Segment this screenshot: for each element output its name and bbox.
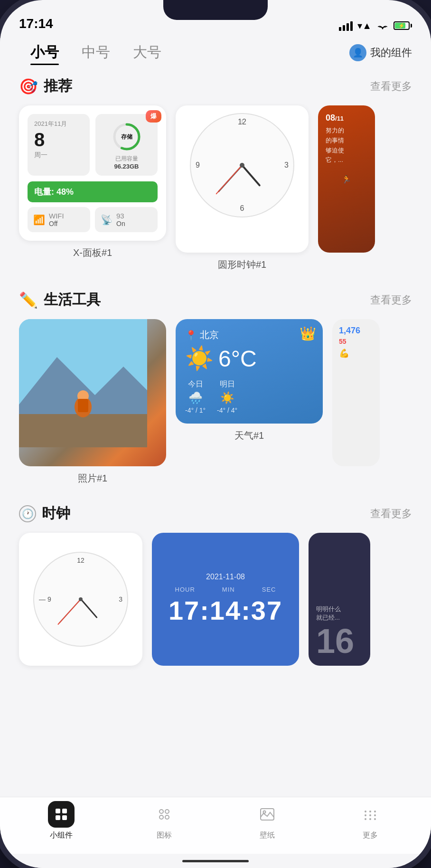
location-pin-icon: 📍: [185, 330, 197, 341]
partial-quote: 努力的的事情够迫使它，...: [326, 126, 367, 165]
cellular-value: 93: [116, 212, 125, 220]
clock-cards: 12 3 — 9 20: [0, 531, 431, 670]
notch: [163, 0, 268, 20]
storage-circle: 存储: [112, 122, 142, 152]
today-icon: 🌧️: [188, 391, 203, 405]
sec-label: SEC: [262, 586, 276, 593]
widgets-icon-wrap: [48, 801, 75, 828]
nav-icons-label: 图标: [157, 830, 172, 840]
fitness-calories: 55: [339, 338, 373, 345]
weather-forecast: 今日 🌧️ -4° / 1° 明日 ☀️ -4° / 4°: [185, 379, 313, 414]
more-nav-icon: [362, 806, 379, 823]
x-panel-card: 2021年11月 8 周一 爆: [19, 105, 166, 271]
nav-wallpaper[interactable]: 壁纸: [216, 801, 319, 840]
home-indicator: [0, 854, 431, 868]
life-tools-section: ✏️ 生活工具 查看更多: [0, 285, 431, 499]
clock-see-more[interactable]: 查看更多: [370, 507, 412, 521]
digital-clock-wrap: 2021-11-08 HOUR MIN SEC 17:14:37: [152, 533, 299, 666]
nav-icons[interactable]: 图标: [112, 801, 216, 840]
svg-point-16: [165, 815, 169, 819]
wallpaper-icon-wrap: [254, 801, 281, 828]
storage-center-label: 存储: [121, 133, 132, 141]
photo-card-wrap: 照片#1: [19, 319, 166, 485]
digital-time: 17:14:37: [161, 595, 290, 626]
clock-3: 3: [284, 161, 289, 170]
small-clock-3: 3: [119, 595, 122, 603]
my-components-button[interactable]: 👤 我的组件: [349, 44, 412, 61]
svg-point-14: [165, 810, 169, 813]
wifi-control[interactable]: 📶 WIFI Off: [28, 207, 90, 232]
wifi-icon: [376, 21, 389, 30]
nav-more[interactable]: 更多: [319, 801, 422, 840]
tab-large[interactable]: 大号: [122, 43, 173, 62]
cellular-icon: 📡: [101, 214, 112, 226]
svg-point-22: [365, 814, 366, 816]
clock-6: 6: [240, 204, 244, 213]
recommended-title: 推荐: [44, 76, 72, 96]
svg-point-19: [365, 811, 366, 812]
clock-face: 12 3 6 9: [190, 113, 294, 217]
digital-date: 2021-11-08: [161, 573, 290, 581]
clock-center-dot: [240, 163, 244, 168]
svg-point-13: [159, 810, 163, 813]
partial-date: 08/11: [326, 113, 367, 123]
avatar-icon: 👤: [349, 44, 366, 61]
nav-more-label: 更多: [363, 830, 378, 840]
photo-card: [19, 319, 166, 466]
svg-rect-5: [19, 414, 147, 447]
clock-title-wrap: 🕐 时钟: [19, 504, 70, 523]
hour-hand: [241, 165, 261, 187]
quote-text-partial: 明明什么就已经...: [316, 605, 363, 622]
signal-bar-2: [343, 25, 345, 31]
partial-figure: 🏃: [326, 175, 367, 184]
cellular-status: On: [116, 220, 125, 227]
icons-icon-wrap: [151, 801, 178, 828]
fitness-icon: 💪: [339, 348, 373, 359]
clock-section-icon: 🕐: [19, 505, 36, 522]
svg-point-27: [374, 818, 376, 820]
quote-card: 明明什么就已经... 16: [309, 533, 370, 666]
svg-point-21: [374, 811, 376, 812]
date-day: 8: [34, 130, 83, 149]
svg-rect-11: [56, 815, 60, 820]
signal-bars-icon: [339, 20, 353, 31]
wifi-label: WIFI: [49, 212, 64, 220]
content-area[interactable]: 小号 中号 大号 👤 我的组件 🎯 推荐 查看更多: [0, 38, 431, 797]
signal-bar-4: [350, 21, 353, 31]
small-clock-face: 12 3 — 9: [33, 552, 128, 647]
quote-number: 16: [316, 624, 363, 658]
svg-point-26: [369, 818, 371, 820]
wifi-off-icon: 📶: [33, 214, 45, 226]
svg-rect-10: [62, 809, 67, 813]
tab-small[interactable]: 小号: [19, 43, 70, 62]
tab-medium[interactable]: 中号: [70, 43, 122, 62]
svg-rect-9: [56, 809, 60, 813]
battery-icon: ⚡: [394, 21, 412, 30]
recommended-section: 🎯 推荐 查看更多 2021年11月 8: [0, 72, 431, 285]
clock-section-title: 时钟: [42, 504, 70, 523]
photo-placeholder: [19, 319, 166, 466]
recommended-title-wrap: 🎯 推荐: [19, 76, 72, 96]
weather-card-wrap: 📍 北京 👑 ☀️ 6°C 今日 🌧️: [176, 319, 323, 485]
storage-badge: 爆: [146, 110, 161, 123]
wifi-status-icon: ▾▲: [357, 20, 372, 31]
storage-used-text: 已用容量: [115, 155, 138, 163]
bottom-controls: 📶 WIFI Off 📡 93: [28, 207, 158, 232]
x-panel-label: X-面板#1: [19, 246, 166, 259]
weather-card: 📍 北京 👑 ☀️ 6°C 今日 🌧️: [176, 319, 323, 424]
weather-temp-row: ☀️ 6°C: [185, 345, 313, 372]
svg-rect-8: [78, 399, 88, 412]
fitness-card-partial: 1,476 55 💪: [332, 319, 380, 485]
min-label: MIN: [222, 586, 235, 593]
location-name: 北京: [200, 329, 219, 341]
svg-point-23: [369, 814, 371, 816]
weather-label: 天气#1: [176, 429, 323, 442]
life-tools-see-more[interactable]: 查看更多: [370, 293, 412, 307]
photo-label: 照片#1: [19, 472, 166, 485]
second-hand: [216, 165, 242, 194]
nav-widgets[interactable]: 小组件: [9, 801, 112, 840]
cellular-control[interactable]: 📡 93 On: [95, 207, 158, 232]
tomorrow-label: 明日: [220, 379, 235, 389]
recommended-see-more[interactable]: 查看更多: [370, 79, 412, 94]
forecast-today: 今日 🌧️ -4° / 1°: [185, 379, 206, 414]
